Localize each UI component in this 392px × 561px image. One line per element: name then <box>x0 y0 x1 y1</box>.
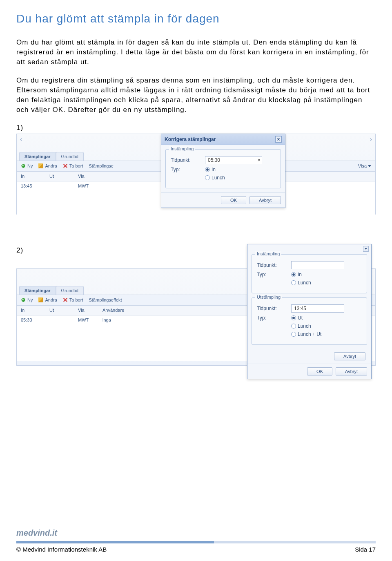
tabort-label: Ta bort <box>69 163 83 168</box>
ut-tidpunkt-input[interactable] <box>291 304 344 313</box>
ny-label: Ny <box>27 297 33 302</box>
next-arrow[interactable]: › <box>370 136 372 143</box>
plus-icon <box>21 163 26 168</box>
paragraph-2: Om du registrera din stämpling så sparas… <box>16 76 376 114</box>
pencil-icon <box>38 163 43 168</box>
typ-label: Typ: <box>171 167 199 172</box>
radio-in-lunch[interactable] <box>291 280 296 285</box>
cell-via: MWT <box>78 317 102 322</box>
cell-in: 13:45 <box>21 183 49 188</box>
radio-ut-lunchut-label: Lunch + Ut <box>298 331 321 337</box>
korrigera-dialog: Korrigera stämplingar × Instämpling Tidp… <box>161 134 285 208</box>
step-1-label: 1) <box>16 124 376 132</box>
ny-label: Ny <box>27 163 33 168</box>
korrigera-dialog-2: Instämpling Tidpunkt: Typ: In Lunch Utst… <box>247 244 372 379</box>
tidpunkt-label: Tidpunkt: <box>171 157 199 163</box>
instampling-legend: Instämpling <box>169 146 195 151</box>
clear-input-icon[interactable]: × <box>257 157 261 163</box>
avbryt-button[interactable]: Avbryt <box>336 367 367 375</box>
page-title: Du har glömt att stämpla in för dagen <box>16 12 376 25</box>
avbryt-button[interactable]: Avbryt <box>249 196 281 204</box>
copyright: © Medvind Informationsteknik AB <box>16 546 107 553</box>
dialog-title: Korrigera stämplingar <box>165 136 216 142</box>
andra-button[interactable]: Ändra <box>38 297 57 302</box>
ok-button[interactable]: OK <box>221 196 246 204</box>
footer-divider <box>16 541 376 543</box>
cell-via: MWT <box>78 183 102 188</box>
ok-button[interactable]: OK <box>307 367 332 375</box>
radio-in-label: In <box>212 167 216 172</box>
delete-icon <box>63 297 68 302</box>
col-ut: Ut <box>49 308 78 313</box>
andra-label: Ändra <box>45 297 57 302</box>
tidpunkt-input[interactable] <box>205 156 262 164</box>
col-via: Via <box>78 174 102 179</box>
screenshot-1: ‹ › Stämplingar Grundtid Ny Ändra Ta bor… <box>16 134 376 215</box>
instampling-legend: Instämpling <box>255 251 281 256</box>
tabort-button[interactable]: Ta bort <box>63 297 83 302</box>
radio-in-lunch-label: Lunch <box>298 280 311 286</box>
paragraph-1: Om du har glömt att stämpla in för dagen… <box>16 38 376 67</box>
radio-ut-lunch-label: Lunch <box>298 323 311 329</box>
tab-grundtid[interactable]: Grundtid <box>56 286 84 295</box>
cell-in: 05:30 <box>21 317 49 322</box>
brand-logo: medvind.it <box>16 528 376 538</box>
radio-lunch[interactable] <box>205 175 210 180</box>
plus-icon <box>21 297 26 302</box>
stamplingseffekt-label: Stämplingse <box>89 163 114 168</box>
andra-label: Ändra <box>45 163 57 168</box>
radio-ut-lunch[interactable] <box>291 324 296 329</box>
delete-icon <box>63 163 68 168</box>
col-in: In <box>21 174 49 179</box>
page-footer: medvind.it © Medvind Informationsteknik … <box>16 528 376 553</box>
avbryt-button-outer[interactable]: Avbryt <box>334 352 365 360</box>
radio-ut-label: Ut <box>298 315 303 321</box>
tab-stamplingar[interactable]: Stämplingar <box>19 286 56 295</box>
col-ut: Ut <box>49 174 78 179</box>
visa-label: Visa <box>358 163 367 168</box>
tab-stamplingar[interactable]: Stämplingar <box>19 152 56 161</box>
radio-ut-lunchut[interactable] <box>291 332 296 337</box>
page-number: Sida 17 <box>355 546 376 553</box>
in-tidpunkt-input[interactable] <box>291 261 344 269</box>
in-tidpunkt-label: Tidpunkt: <box>257 262 285 268</box>
radio-lunch-label: Lunch <box>212 175 225 181</box>
close-icon[interactable]: × <box>275 136 282 143</box>
ut-typ-label: Typ: <box>257 315 285 321</box>
radio-in[interactable] <box>291 272 296 277</box>
stamplingseffekt-label: Stämplingseffekt <box>89 297 122 302</box>
cell-anvandare: inga <box>102 317 143 322</box>
visa-dropdown[interactable]: Visa <box>358 163 371 168</box>
scroll-down-icon[interactable] <box>363 246 369 252</box>
andra-button[interactable]: Ändra <box>38 163 57 168</box>
in-typ-label: Typ: <box>257 272 285 277</box>
utstampling-legend: Utstämpling <box>255 295 282 299</box>
tabort-button[interactable]: Ta bort <box>63 163 83 168</box>
col-in: In <box>21 308 49 313</box>
pencil-icon <box>38 297 43 302</box>
prev-arrow[interactable]: ‹ <box>20 136 22 143</box>
ny-button[interactable]: Ny <box>21 297 33 302</box>
tabort-label: Ta bort <box>69 297 83 302</box>
radio-in[interactable] <box>205 167 210 172</box>
ny-button[interactable]: Ny <box>21 163 33 168</box>
col-anvandare: Användare <box>102 308 143 313</box>
radio-ut[interactable] <box>291 315 296 320</box>
ut-tidpunkt-label: Tidpunkt: <box>257 306 285 311</box>
radio-in-label: In <box>298 272 302 277</box>
col-via: Via <box>78 308 102 313</box>
tab-grundtid[interactable]: Grundtid <box>56 152 84 161</box>
caret-down-icon <box>368 165 371 167</box>
